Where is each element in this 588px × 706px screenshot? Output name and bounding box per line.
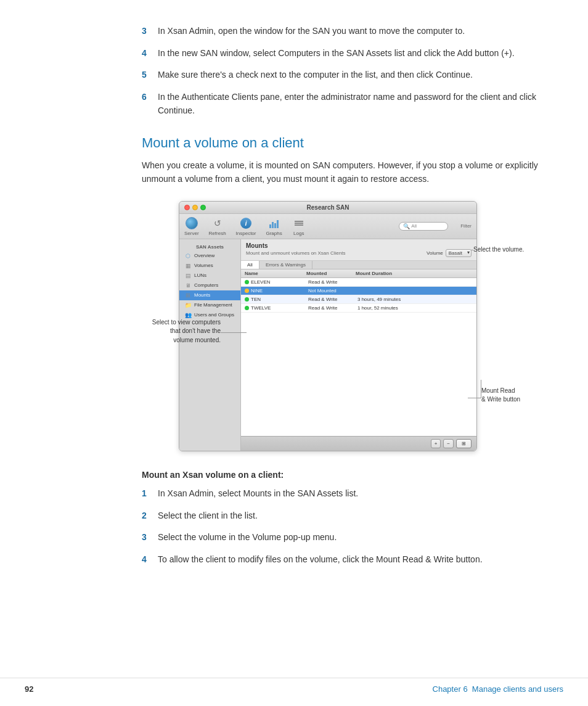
- table-row-nine[interactable]: NINE Not Mounted: [241, 287, 476, 295]
- step-3: 3 In Xsan Admin, open the window for the…: [142, 25, 551, 38]
- toolbar-graphs[interactable]: Graphs: [266, 216, 282, 236]
- step-4-text: In the new SAN window, select Computers …: [154, 47, 551, 60]
- table-row-ten[interactable]: TEN Read & Write 3 hours, 49 minutes: [241, 295, 476, 304]
- toolbar-logs[interactable]: Logs: [292, 216, 306, 236]
- step-5: 5 Make sure there's a check next to the …: [142, 68, 551, 82]
- mac-content: SAN Assets ⬡ Overview ▦ Volumes ▤ LUNs: [179, 239, 476, 451]
- tab-all[interactable]: All: [241, 261, 259, 269]
- globe-icon: [186, 217, 198, 229]
- steps-bottom-title: Mount an Xsan volume on a client:: [142, 470, 551, 480]
- sidebar-label-usersgroups: Users and Groups: [194, 312, 234, 318]
- window-title: Research SAN: [307, 204, 349, 211]
- steps-section-2: Mount an Xsan volume on a client: 1 In X…: [142, 470, 551, 567]
- sidebar-item-computers[interactable]: 🖥 Computers: [179, 281, 240, 290]
- table-header: Name Mounted Mount Duration: [241, 269, 476, 278]
- tab-errors-label: Errors & Warnings: [266, 262, 306, 268]
- graphs-label: Graphs: [266, 231, 282, 236]
- step-6-number: 6: [142, 91, 154, 117]
- step-5-text: Make sure there's a check next to the co…: [154, 68, 551, 82]
- mac-bottom-toolbar: + − ⊞: [241, 436, 476, 451]
- logs-label: Logs: [293, 231, 304, 236]
- minimize-button-dot[interactable]: [192, 205, 198, 210]
- panel-subtitle-text: Mount and unmount volumes on Xsan Client…: [246, 250, 345, 256]
- callout-left-line: [221, 332, 247, 333]
- callout-right-bottom: Mount Read& Write button: [481, 387, 548, 404]
- sidebar-label-volumes: Volumes: [194, 263, 213, 268]
- status-dot-eleven: [245, 280, 249, 284]
- add-button[interactable]: +: [431, 439, 441, 448]
- table-row-eleven[interactable]: ELEVEN Read & Write: [241, 278, 476, 287]
- sidebar-label-filemanagement: File Management: [194, 302, 232, 308]
- cell-twelve-name: TWELVE: [251, 305, 308, 311]
- toolbar-inspector[interactable]: i Inspector: [236, 216, 256, 236]
- cell-eleven-name: ELEVEN: [251, 279, 308, 285]
- callout-right-bottom-line: [468, 398, 481, 398]
- cell-twelve-duration: 1 hour, 52 minutes: [357, 305, 473, 311]
- search-placeholder: All: [411, 223, 417, 229]
- filter-label: Filter: [460, 223, 472, 229]
- mac-window: Research SAN Server ↺ Refresh: [179, 201, 477, 451]
- step-5-number: 5: [142, 68, 154, 82]
- callout-right-bottom-text: Mount Read& Write button: [481, 387, 520, 403]
- top-steps: 3 In Xsan Admin, open the window for the…: [142, 25, 551, 117]
- status-dot-nine: [245, 289, 249, 293]
- inspector-label: Inspector: [236, 231, 256, 236]
- maximize-button-dot[interactable]: [200, 205, 206, 210]
- table-row-twelve[interactable]: TWELVE Read & Write 1 hour, 52 minutes: [241, 304, 476, 313]
- close-button-dot[interactable]: [184, 205, 190, 210]
- col-header-name: Name: [245, 271, 306, 276]
- bottom-step-1-text: In Xsan Admin, select Mounts in the SAN …: [154, 487, 551, 501]
- bottom-step-3-text: Select the volume in the Volume pop-up m…: [154, 531, 551, 544]
- step-3-text: In Xsan Admin, open the window for the S…: [154, 25, 551, 38]
- search-icon: 🔍: [403, 223, 410, 229]
- sidebar-label-mounts: Mounts: [194, 292, 210, 298]
- info-icon: i: [240, 218, 251, 229]
- col-header-duration: Mount Duration: [356, 271, 473, 276]
- volume-selector[interactable]: Volume Basalt ▾: [427, 249, 472, 257]
- callout-right-bottom-vline: [481, 380, 481, 398]
- page: 3 In Xsan Admin, open the window for the…: [0, 0, 588, 706]
- step-6: 6 In the Authenticate Clients pane, ente…: [142, 91, 551, 117]
- col-header-mounted: Mounted: [306, 271, 356, 276]
- sidebar-item-volumes[interactable]: ▦ Volumes: [179, 261, 240, 271]
- panel-header: Mounts Mount and unmount volumes on Xsan…: [241, 239, 476, 261]
- volumes-icon: ▦: [184, 262, 192, 269]
- step-4-number: 4: [142, 47, 154, 60]
- cell-ten-mounted: Read & Write: [308, 297, 357, 302]
- step-6-text: In the Authenticate Clients pane, enter …: [154, 91, 551, 117]
- toolbar-server[interactable]: Server: [184, 216, 199, 236]
- cell-eleven-mounted: Read & Write: [308, 279, 357, 285]
- bar-chart-icon: [269, 218, 279, 228]
- sidebar-item-mounts[interactable]: ⊞ Mounts: [179, 290, 240, 300]
- mac-dots: [184, 205, 206, 210]
- cell-twelve-mounted: Read & Write: [308, 305, 357, 311]
- toolbar-refresh[interactable]: ↺ Refresh: [209, 216, 226, 236]
- mount-read-write-button[interactable]: ⊞: [456, 439, 472, 448]
- bottom-step-4-number: 4: [142, 553, 154, 567]
- status-dot-twelve: [245, 306, 249, 310]
- bottom-step-4: 4 To allow the client to modify files on…: [142, 553, 551, 567]
- footer-chapter: Chapter 6 Manage clients and users: [433, 684, 563, 694]
- dropdown-chevron-icon: ▾: [467, 250, 470, 255]
- bottom-step-1-number: 1: [142, 487, 154, 501]
- status-dot-ten: [245, 297, 249, 302]
- list-icon: [295, 221, 303, 226]
- sidebar-label-overview: Overview: [194, 253, 214, 258]
- search-box[interactable]: 🔍 All: [399, 222, 448, 231]
- sidebar-item-overview[interactable]: ⬡ Overview: [179, 251, 240, 261]
- sidebar-item-luns[interactable]: ▤ LUNs: [179, 271, 240, 281]
- callout-left: Select to view computersthat don't have …: [142, 318, 221, 345]
- panel-table: Name Mounted Mount Duration ELEVEN Read …: [241, 269, 476, 436]
- page-number: 92: [25, 684, 33, 694]
- mac-right-panel: Mounts Mount and unmount volumes on Xsan…: [241, 239, 476, 451]
- remove-button[interactable]: −: [443, 439, 454, 448]
- callout-right-top: Select the volume.: [473, 245, 546, 255]
- sidebar-item-filemanagement[interactable]: 📁 File Management: [179, 300, 240, 310]
- cell-nine-mounted: Not Mounted: [308, 288, 357, 293]
- tab-errors-warnings[interactable]: Errors & Warnings: [259, 261, 312, 269]
- volume-dropdown[interactable]: Basalt ▾: [446, 249, 472, 257]
- bottom-step-1: 1 In Xsan Admin, select Mounts in the SA…: [142, 487, 551, 501]
- luns-icon: ▤: [184, 272, 192, 279]
- mounts-icon: ⊞: [184, 292, 192, 299]
- refresh-icon: ↺: [211, 216, 224, 230]
